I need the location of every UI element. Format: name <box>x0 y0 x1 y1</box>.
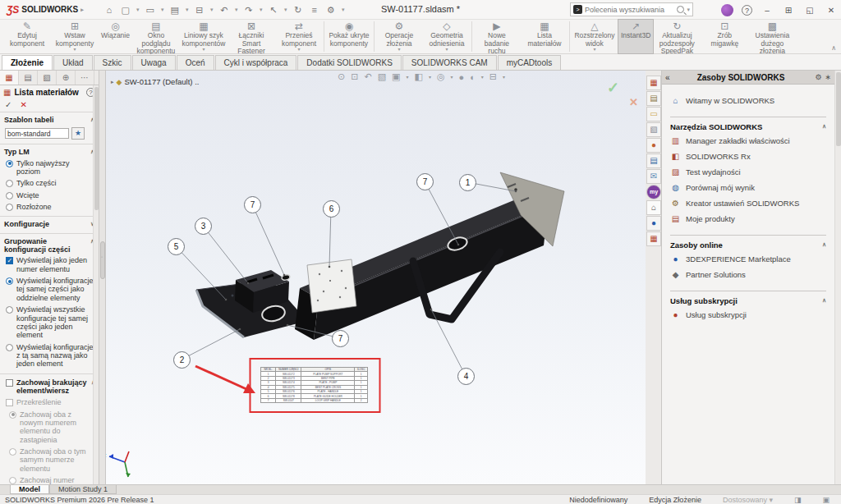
instant3d-button[interactable]: ↗Instant3D <box>618 20 653 53</box>
welcome-link[interactable]: ⌂ Witamy w SOLIDWORKS <box>670 93 826 108</box>
undo-icon[interactable]: ↶ <box>217 2 232 17</box>
radio-same-name-one-item[interactable]: Wyświetlaj konfiguracje z tą samą nazwą … <box>0 341 99 370</box>
tab-solidworks-cam[interactable]: SOLIDWORKS CAM <box>402 55 497 70</box>
open-file-icon[interactable]: ▭ <box>143 2 158 17</box>
tab-more[interactable]: ⋯ <box>76 71 94 85</box>
edit-appearance-icon[interactable]: ● <box>459 72 465 82</box>
tab-feature-manager[interactable]: ▤ <box>19 71 38 85</box>
apply-scene-icon[interactable]: ◐ <box>470 72 476 82</box>
chevron-down-icon[interactable]: ▾ <box>209 7 215 13</box>
checkbox-keep-missing-item[interactable]: Zachowaj brakujący element/wiersz <box>0 377 99 397</box>
balloon-callout[interactable]: 1 <box>459 174 476 191</box>
tab-dodatki-solidworks[interactable]: Dodatki SOLIDWORKS <box>297 55 401 70</box>
search-input[interactable] <box>585 6 674 14</box>
status-units-dropdown[interactable]: Dostosowany ▾ <box>723 496 773 504</box>
subscription-services-link[interactable]: ●Usług subskrypcji <box>670 307 826 323</box>
bom-table-annotation[interactable]: NR EL.NUMER CZĘŚCIOPISILOŚĆ1SW-01172PLAT… <box>260 367 368 403</box>
balloon-callout[interactable]: 3 <box>195 218 212 235</box>
browse-template-button[interactable]: ★ <box>71 127 85 140</box>
insert-components-button[interactable]: ⊞Wstaw komponenty▾ <box>51 20 99 53</box>
balloon-callout[interactable]: 7 <box>416 173 434 190</box>
view-palette-icon[interactable]: ▧ <box>646 122 661 137</box>
update-speedpak-button[interactable]: ↻Aktualizuj podzespoły SpeedPak <box>653 20 701 53</box>
mycadtools-icon[interactable]: my <box>646 185 661 199</box>
section-view-icon[interactable]: ▧ <box>378 71 386 82</box>
reference-geometry-button[interactable]: ◇Geometria odniesienia▾ <box>423 20 471 53</box>
checkbox-single-item-number[interactable]: Wyświetlaj jako jeden numer elementu <box>0 254 99 275</box>
redo-icon[interactable]: ↷ <box>241 2 256 17</box>
tab-uwaga[interactable]: Uwaga <box>132 55 176 70</box>
table-template-input[interactable] <box>5 128 69 139</box>
tab-model[interactable]: Model <box>10 485 49 494</box>
performance-test-link[interactable]: ▨Test wydajności <box>670 164 826 180</box>
chevron-down-icon[interactable]: ▾ <box>429 74 431 80</box>
file-explorer-icon[interactable]: ▭ <box>646 107 661 121</box>
tab-zlozenie[interactable]: Złożenie <box>2 55 53 70</box>
radio-parts-only[interactable]: Tylko części <box>0 177 99 189</box>
cancel-button[interactable]: ✕ <box>20 100 26 109</box>
print-icon[interactable]: ⊟ <box>192 2 207 17</box>
partner-solutions-link[interactable]: ◆Partner Solutions <box>670 267 826 282</box>
balloon-callout[interactable]: 5 <box>168 238 185 255</box>
chevron-down-icon[interactable]: ▾ <box>258 7 264 13</box>
confirm-ok-icon[interactable]: ✓ <box>607 79 619 97</box>
chevron-down-icon[interactable]: ▾ <box>340 7 347 13</box>
radio-keep-number-discard-replaced[interactable]: Zachowaj numer elementu i nie zachowuj z… <box>0 474 99 484</box>
restore-button[interactable]: ◱ <box>803 6 816 15</box>
edit-component-button[interactable]: ✎Edytuj komponent <box>3 20 51 53</box>
section-header[interactable]: Usług subskrypcji <box>670 296 826 307</box>
chevron-down-icon[interactable]: ▾ <box>135 7 141 13</box>
pin-icon[interactable]: ∗ <box>825 73 831 81</box>
component-preview-window-button[interactable]: ▤Okno podglądu komponentu <box>132 20 180 53</box>
tab-szkic[interactable]: Szkic <box>94 55 131 70</box>
zoom-to-area-icon[interactable]: ⊡ <box>351 71 358 82</box>
zoom-to-fit-icon[interactable]: ⊙ <box>338 71 345 82</box>
radio-separate-items[interactable]: Wyświetlaj konfiguracje tej samej części… <box>0 275 99 304</box>
close-button[interactable]: ✕ <box>825 6 838 15</box>
my-products-link[interactable]: ▤Moje produkty <box>670 211 826 227</box>
minimize-button[interactable]: – <box>761 6 774 15</box>
radio-keep-both-same-number[interactable]: Zachowaj oba o tym samym numerze element… <box>0 446 99 474</box>
radio-top-level-only[interactable]: Tylko najwyższy poziom <box>0 158 99 178</box>
tile-windows-button[interactable]: ⊞ <box>782 6 795 15</box>
radio-keep-both-new-number[interactable]: Zachowaj oba z nowym numerem elementu do… <box>0 409 99 446</box>
previous-view-icon[interactable]: ↶ <box>364 71 371 82</box>
compare-score-link[interactable]: ◍Porównaj mój wynik <box>670 180 826 195</box>
options-gear-icon[interactable]: ⚙ <box>324 2 338 17</box>
property-tab-builder-link[interactable]: ▥Manager zakładki właściwości <box>670 133 826 149</box>
balloon-callout[interactable]: 6 <box>323 200 340 218</box>
chevron-down-icon[interactable]: ▾ <box>503 74 505 80</box>
tab-configuration-manager[interactable]: ▧ <box>38 71 57 85</box>
show-hidden-components-button[interactable]: ◉Pokaż ukryte komponenty <box>325 20 373 53</box>
tree-expand-icon[interactable]: ▸ <box>111 79 114 85</box>
custom-properties-icon[interactable]: ▤ <box>646 153 661 168</box>
tab-cykl-i-wspolpraca[interactable]: Cykl i współpraca <box>215 55 297 70</box>
chevron-down-icon[interactable]: ▾ <box>406 74 408 80</box>
3d-viewport[interactable]: z ▸ ◆ SW-01177 (Default) .. ⊙ ⊡ ↶ ▧ ▣▾ ◧… <box>106 71 646 484</box>
chevron-down-icon[interactable]: ▾ <box>481 74 484 80</box>
section-header[interactable]: Szablon tabeli <box>0 115 99 125</box>
forum-icon[interactable]: ✉ <box>646 169 661 184</box>
3dexperience-icon[interactable]: ● <box>646 216 661 231</box>
new-motion-study-button[interactable]: ▶Nowe badanie ruchu <box>473 20 521 53</box>
save-icon[interactable]: ▤ <box>168 2 182 17</box>
hide-show-items-icon[interactable]: ◎ <box>437 71 445 82</box>
exploded-view-button[interactable]: △Rozstrzelony widok▾ <box>571 20 618 53</box>
move-component-button[interactable]: ⇄Przenieś komponent▾ <box>275 20 323 53</box>
linear-component-pattern-button[interactable]: ▦Liniowy szyk komponentów▾ <box>180 20 227 53</box>
section-header[interactable]: Konfiguracje <box>0 219 99 229</box>
section-header[interactable]: Zasoby online <box>670 241 826 251</box>
rebuild-icon[interactable]: ↻ <box>291 2 306 17</box>
chevron-down-icon[interactable]: ▾ <box>159 7 166 13</box>
home-tab-icon[interactable]: ⌂ <box>646 200 661 215</box>
chevron-down-icon[interactable]: ▾ <box>233 7 240 13</box>
view-orientation-icon[interactable]: ▣ <box>392 71 400 82</box>
splitter-handle[interactable] <box>100 241 105 279</box>
panel-splitter[interactable] <box>99 71 106 484</box>
gear-icon[interactable]: ⚙ <box>815 73 821 81</box>
assembly-features-button[interactable]: ⚙Operacje złożenia▾ <box>375 20 423 53</box>
balloon-callout[interactable]: 4 <box>457 368 475 385</box>
user-avatar[interactable] <box>721 4 733 16</box>
balloon-callout[interactable]: 7 <box>244 196 261 213</box>
3dexperience-marketplace-link[interactable]: ●3DEXPERIENCE Marketplace <box>670 251 826 267</box>
